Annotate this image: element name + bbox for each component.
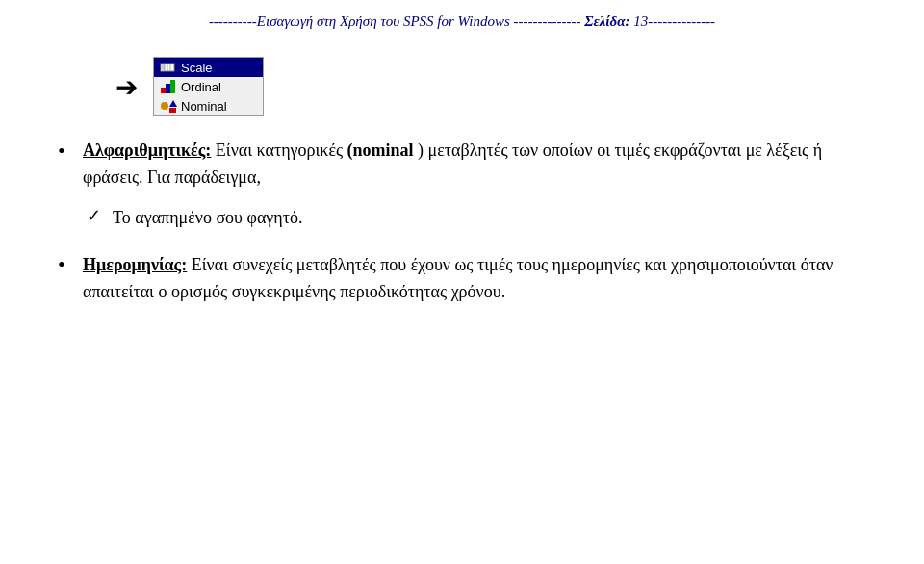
svg-rect-10 xyxy=(169,108,176,113)
header-prefix-dashes: ---------- xyxy=(209,13,257,29)
bullet-dot-imerominias: • xyxy=(58,251,75,279)
alfa-text1: Είναι κατηγορικές xyxy=(211,141,346,160)
dropdown-item-nominal: Nominal xyxy=(154,96,263,115)
bullet-dot-alfa: • xyxy=(58,138,75,166)
imerominias-label: Ημερομηνίας: xyxy=(83,255,187,274)
imerominias-text: Ημερομηνίας: Είναι συνεχείς μεταβλητές π… xyxy=(83,251,866,307)
svg-marker-9 xyxy=(169,100,177,107)
dropdown-item-scale: Scale xyxy=(154,58,263,77)
right-arrow-icon: ➔ xyxy=(116,71,138,103)
ordinal-icon xyxy=(160,79,177,94)
checkmark-icon: ✓ xyxy=(87,205,101,226)
scale-icon xyxy=(160,60,177,75)
dropdown-item-ordinal: Ordinal xyxy=(154,77,263,96)
dropdown-illustration: ➔ Scale xyxy=(116,57,866,116)
header-middle-dashes: -------------- xyxy=(510,13,584,29)
alfa-section: • Αλφαριθμητικές: Είναι κατηγορικές (nom… xyxy=(58,138,866,192)
svg-rect-6 xyxy=(166,84,170,93)
svg-rect-7 xyxy=(170,80,175,93)
svg-point-8 xyxy=(161,102,168,110)
page-header: ----------Εισαγωγή στη Χρήση του SPSS fo… xyxy=(58,0,866,38)
page-number: 13 xyxy=(629,13,648,29)
alfa-label: Αλφαριθμητικές: xyxy=(83,141,211,160)
imerominias-body: Είναι συνεχείς μεταβλητές που έχουν ως τ… xyxy=(83,255,834,302)
svg-rect-5 xyxy=(161,88,166,93)
alfa-nominal-bold: (nominal xyxy=(347,141,414,160)
imerominias-section: • Ημερομηνίας: Είναι συνεχείς μεταβλητές… xyxy=(58,251,866,307)
main-content: ➔ Scale xyxy=(58,38,866,306)
dropdown-menu: Scale Ordinal xyxy=(153,57,264,116)
spss-label: SPSS for Windows xyxy=(403,13,510,29)
ordinal-label: Ordinal xyxy=(181,80,221,94)
scale-label: Scale xyxy=(181,61,213,75)
alfa-text: Αλφαριθμητικές: Είναι κατηγορικές (nomin… xyxy=(83,138,866,192)
check-section: ✓ Το αγαπημένο σου φαγητό. xyxy=(87,205,866,232)
check-text: Το αγαπημένο σου φαγητό. xyxy=(113,205,302,232)
header-title: Εισαγωγή στη Χρήση του SPSS for Windows xyxy=(257,13,510,29)
header-suffix-dashes: -------------- xyxy=(648,13,715,29)
nominal-icon xyxy=(160,98,177,114)
nominal-label: Nominal xyxy=(181,99,227,114)
svg-rect-1 xyxy=(161,64,165,71)
page-label: Σελίδα: xyxy=(584,13,629,29)
